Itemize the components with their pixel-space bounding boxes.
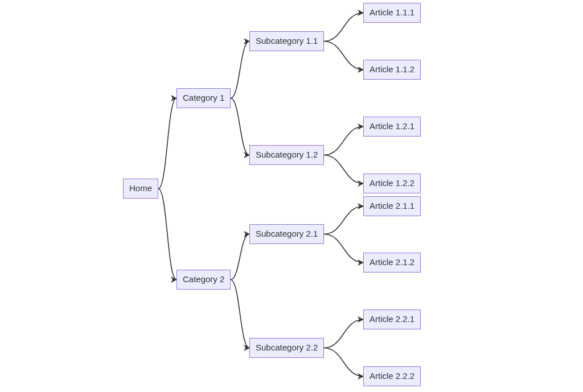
- node-a222: Article 2.2.2: [363, 366, 421, 386]
- edge: [324, 320, 363, 348]
- edge-layer: [0, 0, 583, 392]
- edge: [324, 127, 363, 155]
- edge: [231, 98, 249, 155]
- edge: [324, 42, 363, 70]
- edge: [158, 189, 176, 280]
- node-label: Article 1.1.1: [369, 7, 414, 17]
- diagram-canvas: Home Category 1 Category 2 Subcategory 1…: [0, 0, 583, 392]
- node-a122: Article 1.2.2: [363, 174, 421, 193]
- node-label: Category 1: [183, 93, 224, 102]
- node-label: Subcategory 2.2: [256, 343, 318, 352]
- edge: [324, 234, 363, 263]
- node-cat1: Category 1: [176, 88, 231, 108]
- node-sub11: Subcategory 1.1: [249, 31, 324, 51]
- node-a212: Article 2.1.2: [363, 253, 421, 273]
- node-label: Subcategory 2.1: [256, 229, 318, 238]
- node-a111: Article 1.1.1: [363, 3, 421, 23]
- node-a112: Article 1.1.2: [363, 60, 421, 80]
- edge: [324, 155, 363, 184]
- node-label: Category 2: [183, 274, 224, 284]
- node-a221: Article 2.2.1: [363, 310, 421, 329]
- node-label: Article 2.2.1: [369, 314, 414, 324]
- node-label: Home: [129, 183, 152, 193]
- node-label: Article 2.2.2: [369, 371, 414, 381]
- node-label: Article 2.1.1: [369, 201, 414, 211]
- edge: [231, 42, 249, 98]
- node-sub21: Subcategory 2.1: [249, 224, 324, 244]
- node-label: Article 1.2.1: [369, 121, 414, 131]
- node-cat2: Category 2: [176, 270, 231, 290]
- node-a211: Article 2.1.1: [363, 196, 421, 216]
- node-a121: Article 1.2.1: [363, 117, 421, 137]
- node-label: Subcategory 1.1: [256, 36, 318, 46]
- edge: [158, 98, 176, 189]
- edge: [324, 348, 363, 377]
- node-label: Article 1.2.2: [369, 178, 414, 188]
- node-home: Home: [123, 179, 158, 199]
- edge: [231, 280, 249, 348]
- node-label: Subcategory 1.2: [256, 150, 318, 159]
- edge: [324, 207, 363, 234]
- node-label: Article 2.1.2: [369, 257, 414, 267]
- node-label: Article 1.1.2: [369, 64, 414, 74]
- node-sub22: Subcategory 2.2: [249, 338, 324, 358]
- edge: [231, 234, 249, 280]
- node-sub12: Subcategory 1.2: [249, 145, 324, 165]
- edge: [324, 13, 363, 42]
